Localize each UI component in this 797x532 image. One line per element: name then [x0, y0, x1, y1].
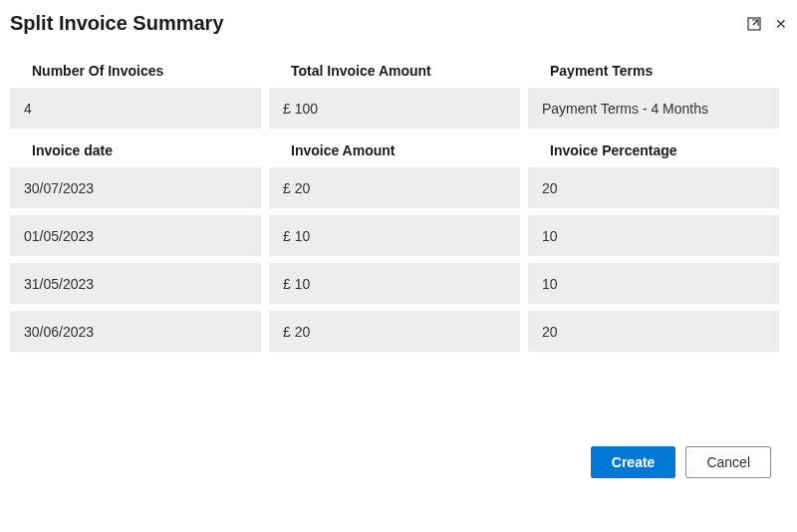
- cell-invoice-date: 30/06/2023: [10, 310, 261, 352]
- cell-invoice-date: 31/05/2023: [10, 262, 261, 304]
- cancel-button[interactable]: Cancel: [685, 446, 771, 478]
- cell-invoice-percentage: 20: [528, 310, 779, 352]
- dialog-footer: Create Cancel: [591, 446, 771, 478]
- dialog-header: Split Invoice Summary ✕: [0, 0, 797, 41]
- label-invoice-percentage: Invoice Percentage: [528, 129, 779, 166]
- detail-header-row: Invoice date Invoice Amount Invoice Perc…: [10, 129, 787, 166]
- cell-invoice-amount: £ 10: [269, 214, 520, 256]
- cell-invoice-amount: £ 20: [269, 310, 520, 352]
- value-total-invoice-amount: £ 100: [269, 87, 520, 129]
- cell-invoice-amount: £ 20: [269, 166, 520, 208]
- table-row: 30/07/2023£ 2020: [10, 166, 787, 208]
- expand-icon[interactable]: [747, 17, 761, 31]
- close-icon[interactable]: ✕: [775, 16, 787, 32]
- table-row: 30/06/2023£ 2020: [10, 310, 787, 352]
- label-invoice-amount: Invoice Amount: [269, 129, 520, 166]
- header-icon-group: ✕: [747, 16, 787, 32]
- label-total-invoice-amount: Total Invoice Amount: [269, 49, 520, 87]
- label-invoice-date: Invoice date: [10, 129, 261, 166]
- cell-invoice-amount: £ 10: [269, 262, 520, 304]
- cell-invoice-percentage: 20: [528, 166, 779, 208]
- value-payment-terms: Payment Terms - 4 Months: [528, 87, 779, 129]
- create-button[interactable]: Create: [591, 446, 676, 478]
- dialog-content: Number Of Invoices Total Invoice Amount …: [0, 41, 797, 352]
- table-row: 01/05/2023£ 1010: [10, 214, 787, 256]
- cell-invoice-date: 01/05/2023: [10, 214, 261, 256]
- label-payment-terms: Payment Terms: [528, 49, 779, 87]
- label-number-of-invoices: Number Of Invoices: [10, 49, 261, 87]
- detail-rows: 30/07/2023£ 202001/05/2023£ 101031/05/20…: [10, 166, 787, 352]
- cell-invoice-date: 30/07/2023: [10, 166, 261, 208]
- table-row: 31/05/2023£ 1010: [10, 262, 787, 304]
- summary-value-row: 4 £ 100 Payment Terms - 4 Months: [10, 87, 787, 129]
- cell-invoice-percentage: 10: [528, 262, 779, 304]
- summary-header-row: Number Of Invoices Total Invoice Amount …: [10, 49, 787, 87]
- dialog-title: Split Invoice Summary: [10, 12, 224, 35]
- cell-invoice-percentage: 10: [528, 214, 779, 256]
- value-number-of-invoices: 4: [10, 87, 261, 129]
